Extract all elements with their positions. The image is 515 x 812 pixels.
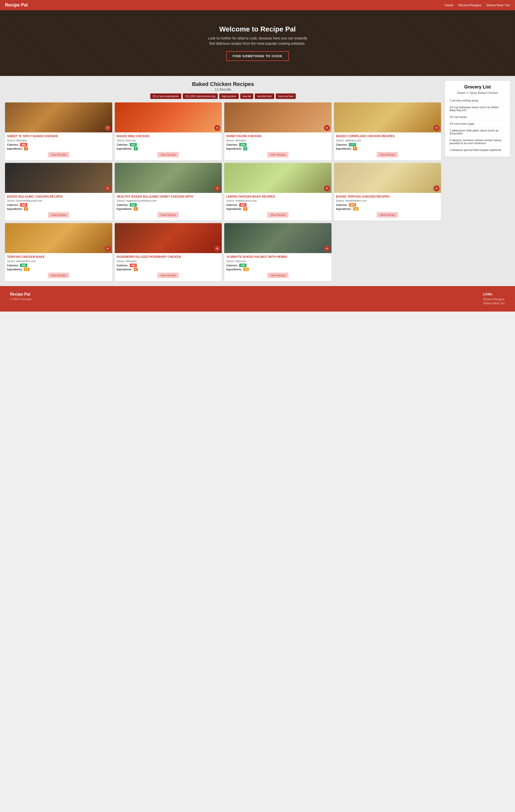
add-to-grocery-button[interactable]: +: [105, 125, 111, 131]
navigation: Recipe Pal HomeRecent RecipesStores Near…: [0, 0, 515, 10]
recipe-source: Source: lecremedelacrumb.com: [7, 199, 110, 202]
view-recipe-button[interactable]: View Recipe: [267, 272, 289, 278]
recipes-header: Baked Chicken Recipes 11 Results: [5, 81, 441, 91]
recipe-image-placeholder: [224, 103, 331, 133]
result-count: 11 Results: [5, 87, 441, 91]
recipe-ingredients: Ingredients: 11: [7, 268, 110, 271]
view-recipe-button[interactable]: View Recipe: [158, 272, 179, 278]
recipe-title: TERIYAKI CHICKEN BAKE: [7, 255, 110, 259]
filter-tag[interactable]: high-protein: [219, 93, 239, 99]
recipe-title: BAKED BBQ CHICKEN: [117, 135, 220, 138]
add-to-grocery-button[interactable]: +: [434, 185, 439, 192]
nav-link-recent-recipes[interactable]: Recent Recipes: [459, 3, 482, 7]
recipe-title: 15 MINUTE BAKED HALIBUT WITH HERBS: [226, 255, 329, 259]
recipe-ingredients: Ingredients: 11: [336, 207, 439, 211]
recipe-title: BAKED CORNFLAKE CHICKEN RECIPES: [336, 135, 439, 138]
view-recipe-button[interactable]: View Recipe: [377, 212, 398, 218]
view-recipe-button[interactable]: View Recipe: [267, 152, 289, 157]
recipe-body: BAKED BBQ CHICKENSource: food.comCalorie…: [115, 133, 222, 161]
recipe-source: Source: Allrecipes: [7, 139, 110, 142]
grocery-item: 1/2 cup barbeque sauce (such as Sweet Ba…: [449, 104, 507, 114]
recipe-title: RASPBERRY-GLAZED ROSEMARY CHICKEN: [117, 255, 220, 259]
recipe-image-placeholder: [334, 163, 441, 193]
filter-tag[interactable]: 25 or less ingredients: [150, 93, 182, 99]
recipe-card: +BAKED BBQ CHICKENSource: food.comCalori…: [115, 103, 222, 161]
grocery-item: 1/4 cup brown sugar: [449, 120, 507, 127]
recipe-body: RASPBERRY-GLAZED ROSEMARY CHICKENSource:…: [115, 253, 222, 281]
grocery-item: 1 teaspoon ground black pepper (optional…: [449, 147, 507, 153]
recipe-calories: Calories: 460: [226, 203, 329, 207]
add-to-grocery-button[interactable]: +: [105, 185, 111, 192]
add-to-grocery-button[interactable]: +: [434, 125, 439, 131]
view-recipe-button[interactable]: View Recipe: [377, 152, 398, 157]
brand-logo[interactable]: Recipe Pal: [5, 2, 28, 8]
hero-section: Welcome to Recipe Pal Look no further fo…: [0, 10, 515, 76]
main-container: Baked Chicken Recipes 11 Results 25 or l…: [0, 76, 515, 286]
recipe-ingredients: Ingredients: 6: [336, 147, 439, 150]
view-recipe-button[interactable]: View Recipe: [158, 152, 179, 157]
recipe-image: +: [115, 103, 222, 133]
nav-link-home[interactable]: Home: [445, 3, 454, 7]
filter-tag[interactable]: 20-1200 calories/serving: [183, 93, 218, 99]
add-to-grocery-button[interactable]: +: [214, 245, 220, 252]
grocery-recipe-name: Sweet 'n' Spicy Baked Chicken: [449, 91, 507, 95]
filter-tags: 25 or less ingredients20-1200 calories/s…: [5, 93, 441, 99]
grocery-items-list: 1 serving cooking spray1/2 cup barbeque …: [449, 97, 507, 153]
recipe-image-placeholder: [5, 103, 112, 133]
recipe-source: Source: kleinworthco.com: [7, 260, 110, 263]
recipe-ingredients: Ingredients: 2: [117, 147, 220, 150]
add-to-grocery-button[interactable]: +: [214, 185, 220, 192]
recipe-image: +: [334, 163, 441, 193]
recipe-ingredients: Ingredients: 5: [226, 147, 329, 150]
recipe-image: +: [5, 163, 112, 193]
recipe-card: +LEMON CHICKEN BAKE RECIPESSource: realf…: [224, 163, 331, 221]
grocery-item: 4 skinless, boneless chicken breast halv…: [449, 137, 507, 147]
recipe-image-placeholder: [115, 163, 222, 193]
recipe-calories: Calories: 221: [117, 203, 220, 207]
add-to-grocery-button[interactable]: +: [324, 185, 330, 192]
view-recipe-button[interactable]: View Recipe: [267, 212, 289, 218]
recipe-ingredients: Ingredients: 8: [7, 207, 110, 211]
recipe-source: Source: slenderkitchen.com: [336, 199, 439, 202]
view-recipe-button[interactable]: View Recipe: [48, 212, 69, 218]
footer-link[interactable]: Stores Near You: [483, 301, 505, 305]
filter-tag[interactable]: tree-nut-free: [276, 93, 296, 99]
recipe-title: LEMON CHICKEN BAKE RECIPES: [226, 195, 329, 199]
recipe-image: +: [115, 163, 222, 193]
recipe-calories: Calories: 206: [226, 143, 329, 146]
view-recipe-button[interactable]: View Recipe: [158, 212, 179, 218]
view-recipe-button[interactable]: View Recipe: [48, 152, 69, 157]
recipe-ingredients: Ingredients: 7: [7, 147, 110, 150]
recipes-section: Baked Chicken Recipes 11 Results 25 or l…: [5, 81, 441, 281]
recipe-source: Source: organizeyourselfskinny.com: [117, 199, 220, 202]
add-to-grocery-button[interactable]: +: [105, 245, 111, 252]
add-to-grocery-button[interactable]: +: [214, 125, 220, 131]
recipe-calories: Calories: 453: [336, 203, 439, 207]
view-recipe-button[interactable]: View Recipe: [48, 272, 69, 278]
recipe-card: +15 MINUTE BAKED HALIBUT WITH HERBSSourc…: [224, 223, 331, 281]
add-to-grocery-button[interactable]: +: [324, 125, 330, 131]
recipe-image: +: [5, 103, 112, 133]
footer-brand: Recipe Pal © 2020 Copyright: [10, 292, 31, 300]
recipe-card: +BAKED BALSAMIC CHICKEN RECIPESSource: l…: [5, 163, 112, 221]
recipe-image-placeholder: [115, 223, 222, 253]
recipe-card: +HONEY-DIJON CHICKENSource: AllrecipesCa…: [224, 103, 331, 161]
recipe-source: Source: Allrecipes: [226, 139, 329, 142]
find-something-button[interactable]: FIND SOMETHING TO COOK: [226, 51, 289, 61]
recipe-source: Source: food.com: [117, 139, 220, 142]
nav-link-stores-near-you[interactable]: Stores Near You: [486, 3, 510, 7]
footer-link[interactable]: Recent Recipes: [483, 297, 505, 301]
recipe-ingredients: Ingredients: 8: [117, 268, 220, 271]
filter-tag[interactable]: low-fat: [240, 93, 253, 99]
recipe-body: LEMON CHICKEN BAKE RECIPESSource: realfo…: [224, 193, 331, 221]
footer: Recipe Pal © 2020 Copyright Links Recent…: [0, 286, 515, 312]
add-to-grocery-button[interactable]: +: [324, 245, 330, 252]
grocery-item: 1 tablespoon chile-garlic sauce (such as…: [449, 127, 507, 137]
recipe-card: +RASPBERRY-GLAZED ROSEMARY CHICKENSource…: [115, 223, 222, 281]
recipes-grid: +SWEET 'N' SPICY BAKED CHICKENSource: Al…: [5, 103, 441, 281]
recipe-calories: Calories: 442: [117, 264, 220, 267]
recipe-calories: Calories: 177: [336, 143, 439, 146]
recipe-image-placeholder: [334, 103, 441, 133]
recipe-body: SWEET 'N' SPICY BAKED CHICKENSource: All…: [5, 133, 112, 161]
filter-tag[interactable]: alcohol-free: [255, 93, 274, 99]
